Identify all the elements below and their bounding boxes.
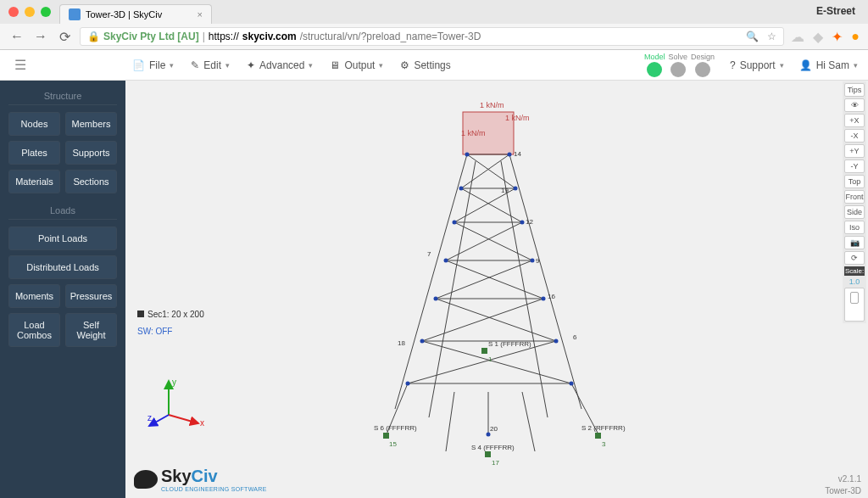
file-menu[interactable]: 📄File▾ [132, 59, 174, 71]
svg-point-49 [554, 339, 559, 343]
svg-line-13 [501, 161, 548, 417]
svg-text:1 kN/m: 1 kN/m [505, 114, 530, 122]
file-icon: 📄 [132, 59, 145, 71]
browser-tab[interactable]: Tower-3D | SkyCiv × [59, 4, 212, 24]
pressures-button[interactable]: Pressures [65, 284, 117, 308]
svg-text:3: 3 [602, 440, 606, 448]
view-plus-x-button[interactable]: +X [844, 114, 865, 127]
scale-slider[interactable] [844, 288, 865, 322]
nodes-button[interactable]: Nodes [8, 112, 60, 136]
svg-point-46 [434, 296, 438, 300]
svg-text:9: 9 [536, 257, 540, 265]
mode-solve[interactable]: Solve [668, 53, 687, 77]
supports-button[interactable]: Supports [65, 141, 117, 165]
materials-button[interactable]: Materials [8, 170, 60, 193]
close-window-button[interactable] [8, 7, 19, 17]
svg-line-21 [467, 154, 515, 188]
visibility-button[interactable]: 👁 [844, 98, 865, 112]
tab-title: Tower-3D | SkyCiv [86, 9, 162, 20]
svg-point-42 [453, 220, 457, 224]
reload-button[interactable]: ⟳ [56, 28, 73, 45]
svg-text:S 1 (FFFFRR): S 1 (FFFFRR) [488, 340, 531, 348]
close-tab-icon[interactable]: × [198, 9, 203, 20]
search-icon[interactable]: 🔍 [746, 31, 759, 42]
mode-model[interactable]: Model [644, 53, 665, 77]
svg-point-45 [531, 258, 535, 262]
svg-line-12 [429, 161, 476, 417]
gear-icon: ⚙ [400, 59, 409, 71]
svg-line-27 [446, 260, 543, 299]
svg-text:y: y [172, 378, 176, 387]
svg-rect-62 [485, 451, 491, 457]
svg-point-41 [514, 186, 518, 190]
ext-icon-2[interactable]: ◆ [813, 29, 823, 45]
svg-point-43 [520, 220, 525, 224]
sections-button[interactable]: Sections [65, 170, 117, 193]
svg-line-2 [169, 415, 198, 423]
ext-icon-3[interactable]: ✦ [832, 29, 843, 45]
dist-loads-button[interactable]: Distributed Loads [8, 255, 117, 279]
svg-point-51 [570, 381, 574, 385]
svg-text:15: 15 [389, 440, 397, 448]
mode-design[interactable]: Design [691, 53, 715, 77]
load-combos-button[interactable]: Load Combos [8, 313, 60, 347]
view-front-button[interactable]: Front [844, 190, 865, 204]
svg-text:S 4 (FFFFRR): S 4 (FFFFRR) [471, 444, 515, 451]
members-button[interactable]: Members [65, 112, 117, 136]
view-side-button[interactable]: Side [844, 205, 865, 219]
view-top-button[interactable]: Top [844, 175, 865, 188]
svg-line-29 [436, 299, 556, 341]
output-menu[interactable]: 🖥Output▾ [330, 59, 383, 71]
self-weight-button[interactable]: Self Weight [65, 313, 117, 347]
maximize-window-button[interactable] [41, 7, 51, 17]
screenshot-button[interactable]: 📷 [844, 236, 865, 249]
minimize-window-button[interactable] [25, 7, 35, 17]
view-minus-x-button[interactable]: -X [844, 129, 865, 143]
extension-icons: ☁ ◆ ✦ ● [791, 29, 860, 45]
ext-icon-1[interactable]: ☁ [791, 29, 804, 45]
screen-icon: 🖥 [330, 59, 340, 71]
scale-label: Scale: [844, 266, 865, 276]
brand-logo: SkyCiv CLOUD ENGINEERING SOFTWARE [134, 467, 267, 492]
scale-value: 1.0 [844, 277, 865, 286]
browser-profile: E-Street [816, 5, 855, 17]
svg-text:12: 12 [526, 218, 533, 226]
address-bar[interactable]: 🔒 SkyCiv Pty Ltd [AU] | https://skyciv.c… [80, 27, 784, 46]
svg-text:18: 18 [398, 339, 405, 347]
structure-header: Structure [8, 91, 117, 105]
view-tools: Tips 👁 +X -X +Y -Y Top Front Side Iso 📷 … [843, 81, 866, 323]
moments-button[interactable]: Moments [8, 284, 60, 308]
view-iso-button[interactable]: Iso [844, 221, 865, 234]
user-menu[interactable]: 👤Hi Sam▾ [799, 59, 858, 71]
point-loads-button[interactable]: Point Loads [8, 227, 117, 250]
bookmark-icon[interactable]: ☆ [767, 31, 776, 42]
svg-rect-56 [481, 348, 487, 354]
help-icon: ? [730, 59, 736, 71]
advanced-menu[interactable]: ✦Advanced▾ [247, 59, 313, 71]
svg-point-39 [508, 152, 512, 156]
settings-menu[interactable]: ⚙Settings [400, 59, 450, 71]
svg-text:S 2 (RFFFRR): S 2 (RFFFRR) [581, 424, 626, 432]
model-canvas[interactable]: Sec1: 20 x 200 SW: OFF y x z 1 kN/m 1 kN… [125, 81, 868, 498]
plates-button[interactable]: Plates [8, 141, 60, 165]
svg-line-30 [422, 299, 543, 341]
forward-button[interactable]: → [32, 28, 49, 45]
sidebar: Structure Nodes Members Plates Supports … [0, 81, 125, 498]
refresh-view-button[interactable]: ⟳ [844, 251, 865, 265]
app-toolbar: ☰ 📄File▾ ✎Edit▾ ✦Advanced▾ 🖥Output▾ ⚙Set… [0, 50, 868, 81]
tips-button[interactable]: Tips [844, 83, 865, 97]
svg-point-48 [420, 339, 425, 343]
view-plus-y-button[interactable]: +Y [844, 144, 865, 158]
support-menu[interactable]: ?Support▾ [730, 59, 784, 71]
svg-rect-53 [383, 433, 389, 439]
menu-toggle-icon[interactable]: ☰ [10, 57, 31, 73]
edit-menu[interactable]: ✎Edit▾ [191, 59, 230, 71]
svg-point-38 [465, 152, 470, 156]
self-weight-indicator: SW: OFF [137, 327, 172, 336]
view-minus-y-button[interactable]: -Y [844, 159, 865, 173]
svg-point-52 [487, 432, 491, 436]
back-button[interactable]: ← [8, 28, 25, 45]
svg-text:z: z [147, 413, 152, 422]
ext-icon-4[interactable]: ● [851, 29, 860, 44]
pencil-icon: ✎ [191, 59, 199, 71]
